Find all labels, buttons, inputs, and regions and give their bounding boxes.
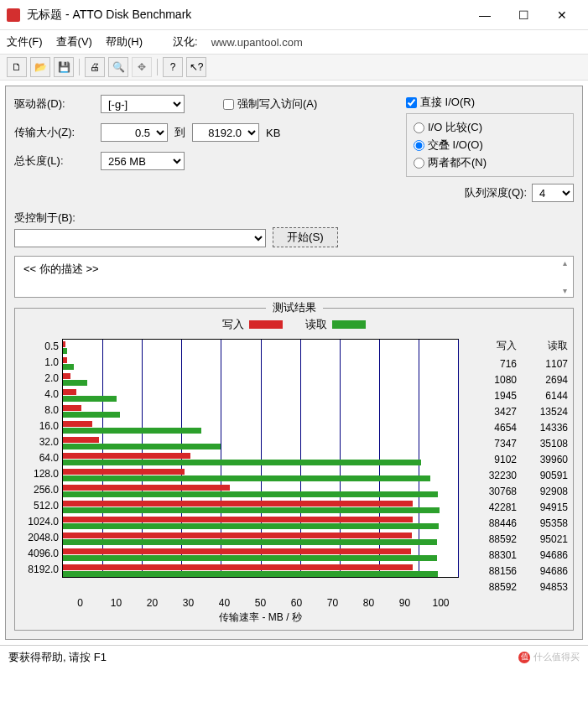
number-row: 10802694: [466, 372, 568, 388]
read-bar: [63, 507, 440, 513]
menu-view[interactable]: 查看(V): [56, 34, 92, 49]
bar-row: [63, 499, 458, 515]
scrollbar[interactable]: ▴▾: [558, 258, 571, 295]
app-icon: [7, 8, 20, 22]
io-compare-radio[interactable]: I/O 比较(C): [414, 120, 566, 135]
transfer-label: 传输大小(Z):: [14, 125, 94, 140]
write-bar: [63, 501, 413, 507]
read-bar: [63, 396, 117, 402]
result-numbers: 写入读取 71611071080269419456144342713524465…: [459, 339, 568, 595]
read-bar: [63, 348, 67, 354]
y-tick: 4.0: [20, 387, 59, 403]
write-bar: [63, 453, 190, 459]
write-bar: [63, 357, 67, 363]
bars: [63, 340, 458, 579]
y-tick: 128.0: [20, 466, 59, 482]
open-icon[interactable]: 📂: [30, 57, 50, 77]
write-bar: [63, 421, 92, 427]
bar-row: [63, 515, 458, 531]
y-tick: 8192.0: [20, 562, 59, 578]
force-write-checkbox[interactable]: 强制写入访问(A): [223, 96, 317, 112]
bar-row: [63, 435, 458, 451]
number-row: 3076892908: [466, 484, 568, 500]
bar-row: [63, 356, 458, 371]
save-icon[interactable]: 💾: [54, 57, 74, 77]
to-label: 到: [174, 125, 185, 140]
legend-read: 读取: [305, 317, 327, 332]
read-bar: [63, 571, 438, 577]
bar-row: [63, 483, 458, 499]
number-row: 8815694686: [466, 564, 568, 579]
y-tick: 2.0: [20, 371, 59, 387]
y-tick: 0.5: [20, 339, 59, 355]
y-tick: 32.0: [20, 434, 59, 450]
controlled-label: 受控制于(B):: [14, 210, 75, 226]
help-icon[interactable]: ?: [163, 57, 183, 77]
main-panel: 驱动器(D): [-g-] 强制写入访问(A) 传输大小(Z): 0.5 到 8…: [5, 86, 583, 640]
read-bar: [63, 523, 439, 529]
number-row: 465414336: [466, 420, 568, 436]
results-group: 测试结果 写入 读取 0.51.02.04.08.016.032.064.012…: [14, 308, 574, 631]
queue-label: 队列深度(Q):: [465, 185, 527, 200]
title-bar: 无标题 - ATTO Disk Benchmark — ☐ ✕: [0, 0, 588, 30]
whats-this-icon[interactable]: ↖?: [186, 57, 206, 77]
bar-row: [63, 547, 458, 563]
overlap-io-radio[interactable]: 交叠 I/O(O): [414, 138, 566, 153]
write-bar: [63, 517, 413, 522]
plot-area: [62, 339, 459, 578]
neither-radio[interactable]: 两者都不(N): [414, 155, 566, 170]
preview-icon[interactable]: 🔍: [108, 57, 128, 77]
description-box[interactable]: << 你的描述 >> ▴▾: [14, 256, 574, 298]
chart-area: 0.51.02.04.08.016.032.064.0128.0256.0512…: [20, 339, 568, 595]
size-from-select[interactable]: 0.5: [101, 123, 168, 142]
controlled-select[interactable]: [14, 229, 266, 247]
legend-write: 写入: [222, 317, 244, 332]
maximize-button[interactable]: ☐: [504, 3, 543, 28]
description-text: << 你的描述 >>: [23, 262, 99, 275]
start-button[interactable]: 开始(S): [273, 227, 338, 247]
bar-row: [63, 340, 458, 356]
write-bar: [63, 485, 230, 491]
number-row: 8830194686: [466, 548, 568, 564]
drive-select[interactable]: [-g-]: [101, 95, 185, 113]
menu-help[interactable]: 帮助(H): [106, 34, 143, 49]
bar-row: [63, 563, 458, 579]
localize-link[interactable]: www.upantool.com: [211, 36, 303, 49]
separator: [79, 59, 80, 75]
read-bar: [63, 475, 430, 481]
col-write: 写入: [466, 339, 517, 353]
read-bar: [63, 444, 221, 449]
number-row: 342713524: [466, 404, 568, 420]
separator: [157, 59, 158, 75]
watermark: 值什么值得买: [518, 651, 580, 663]
length-select[interactable]: 256 MB: [101, 152, 185, 170]
bar-row: [63, 371, 458, 387]
size-to-select[interactable]: 8192.0: [192, 123, 259, 142]
menu-file[interactable]: 文件(F): [7, 34, 43, 49]
queue-select[interactable]: 4: [532, 184, 574, 202]
write-bar: [63, 373, 70, 379]
number-row: 19456144: [466, 388, 568, 404]
direct-io-checkbox[interactable]: 直接 I/O(R): [406, 95, 574, 110]
write-bar: [63, 389, 76, 395]
legend: 写入 读取: [20, 317, 568, 332]
read-bar: [63, 555, 437, 561]
read-bar: [63, 428, 201, 434]
controls-area: 驱动器(D): [-g-] 强制写入访问(A) 传输大小(Z): 0.5 到 8…: [14, 95, 574, 202]
bar-row: [63, 403, 458, 419]
new-icon[interactable]: 🗋: [7, 57, 27, 77]
toolbar: 🗋 📂 💾 🖨 🔍 ✥ ? ↖?: [0, 54, 588, 81]
write-bar: [63, 564, 413, 570]
read-swatch: [332, 320, 366, 329]
close-button[interactable]: ✕: [543, 3, 581, 28]
write-bar: [63, 341, 65, 347]
move-icon[interactable]: ✥: [132, 57, 152, 77]
read-bar: [63, 364, 74, 370]
y-tick: 64.0: [20, 450, 59, 466]
io-group: I/O 比较(C) 交叠 I/O(O) 两者都不(N): [406, 113, 574, 177]
minimize-button[interactable]: —: [466, 3, 504, 28]
y-tick: 256.0: [20, 482, 59, 498]
read-bar: [63, 491, 438, 497]
print-icon[interactable]: 🖨: [85, 57, 105, 77]
controlled-area: 受控制于(B): 开始(S): [14, 210, 574, 247]
